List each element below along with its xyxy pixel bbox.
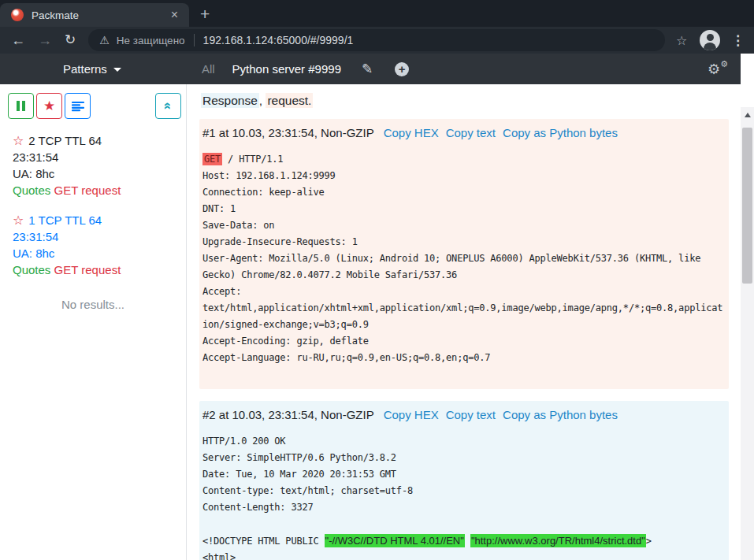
highlight-red: GET <box>202 153 222 165</box>
favorite-star-icon[interactable]: ☆ <box>13 213 24 227</box>
patterns-menu[interactable]: Patterns <box>63 62 121 76</box>
packmate-favicon-icon <box>11 9 24 21</box>
pattern-tag-get-request: GET request <box>54 184 121 197</box>
star-icon: ★ <box>43 98 55 114</box>
pattern-tag-get-request: GET request <box>54 263 121 276</box>
packet-body-line: Server: SimpleHTTP/0.6 Python/3.8.2 <box>202 450 726 466</box>
packets-panel: Response, request. #1 at 10.03, 23:31:54… <box>187 84 741 560</box>
tab-title: Packmate <box>32 9 168 21</box>
packet-body-line: Accept-Encoding: gzip, deflate <box>202 333 726 350</box>
scrollbar-thumb[interactable] <box>742 128 752 284</box>
packet-body-line: Gecko) Chrome/82.0.4077.2 Mobile Safari/… <box>202 267 726 284</box>
packet-header: #2 at 10.03, 23:31:54, Non-GZIP <box>202 408 374 421</box>
close-tab-icon[interactable]: × <box>168 9 181 21</box>
packet-body: GET / HTTP/1.1Host: 192.168.1.124:9999Co… <box>202 151 726 383</box>
packet-body-line: ion/signed-exchange;v=b3;q=0.9 <box>202 317 726 333</box>
browser-tab-packmate[interactable]: Packmate × <box>0 3 189 27</box>
app-navbar: Patterns All Python server #9999 ✎ + ⚙ ⚙ <box>0 54 741 84</box>
packet-body-line <box>202 366 726 383</box>
back-icon[interactable]: ← <box>11 33 25 47</box>
copy-text-link[interactable]: Copy text <box>446 408 496 421</box>
not-secure-warning-icon: ⚠ <box>99 34 110 46</box>
packet-body-line: <!DOCTYPE HTML PUBLIC "-//W3C//DTD HTML … <box>202 532 726 550</box>
packet-body-line: <html> <box>202 550 726 560</box>
packet-body-line: text/html,application/xhtml+xml,applicat… <box>202 300 726 317</box>
content-area: ★ « <box>0 84 741 560</box>
highlight-green: "http://www.w3.org/TR/html4/strict.dtd" <box>470 534 646 547</box>
copy-hex-link[interactable]: Copy HEX <box>384 408 439 421</box>
edit-pattern-icon[interactable]: ✎ <box>362 61 373 77</box>
packet-body-line <box>202 516 726 532</box>
tab-all-streams[interactable]: All <box>202 62 215 76</box>
reload-icon[interactable]: ↻ <box>65 33 76 47</box>
forward-icon[interactable]: → <box>38 33 52 47</box>
bookmark-star-icon[interactable]: ☆ <box>676 33 687 48</box>
chevron-down-icon <box>113 68 121 72</box>
collapse-sidebar-button[interactable]: « <box>155 93 181 119</box>
settings-gear-icon[interactable]: ⚙ ⚙ <box>708 61 728 78</box>
pause-icon <box>17 101 25 111</box>
favorites-filter-button[interactable]: ★ <box>36 93 62 119</box>
legend-request: request. <box>266 93 313 108</box>
legend: Response, request. <box>201 94 729 108</box>
legend-response: Response <box>201 93 259 108</box>
stream-item-1-selected[interactable]: ☆1 TCP TTL 64 23:31:54 UA: 8hc Quotes GE… <box>0 198 186 278</box>
pause-capture-button[interactable] <box>8 93 34 119</box>
stream-title: 2 TCP TTL 64 <box>28 134 102 147</box>
align-left-icon <box>72 101 84 112</box>
copy-python-bytes-link[interactable]: Copy as Python bytes <box>503 408 618 421</box>
sidebar-toolbar: ★ « <box>0 93 186 119</box>
address-bar[interactable]: ⚠ Не защищено 192.168.1.124:65000/#/9999… <box>88 29 665 51</box>
packet-body-line: Content-Length: 3327 <box>202 499 726 516</box>
packet-card-response: #2 at 10.03, 23:31:54, Non-GZIP Copy HEX… <box>199 401 729 560</box>
packet-header: #1 at 10.03, 23:31:54, Non-GZIP <box>202 126 374 139</box>
page-scrollbar[interactable] <box>741 107 754 560</box>
stream-ua: UA: 8hc <box>13 245 180 261</box>
copy-hex-link[interactable]: Copy HEX <box>384 126 439 139</box>
stream-ua: UA: 8hc <box>13 165 180 182</box>
packet-body: HTTP/1.0 200 OKServer: SimpleHTTP/0.6 Py… <box>202 433 726 560</box>
copy-text-link[interactable]: Copy text <box>446 126 496 139</box>
no-results-label: No results... <box>0 298 186 311</box>
omnibox-divider <box>194 34 195 46</box>
add-pattern-icon[interactable]: + <box>395 62 409 76</box>
packet-body-line: Host: 192.168.1.124:9999 <box>202 168 726 184</box>
browser-toolbar: ← → ↻ ⚠ Не защищено 192.168.1.124:65000/… <box>0 27 754 54</box>
packet-card-request: #1 at 10.03, 23:31:54, Non-GZIP Copy HEX… <box>199 119 729 389</box>
streams-sidebar: ★ « <box>0 84 187 560</box>
browser-menu-icon[interactable]: ⋮ <box>731 32 745 49</box>
packet-body-line: Accept-Language: ru-RU,ru;q=0.9,en-US;q=… <box>202 350 726 366</box>
packet-body-line: Date: Tue, 10 Mar 2020 20:31:53 GMT <box>202 466 726 483</box>
new-tab-button[interactable]: + <box>200 6 210 22</box>
packmate-page: Patterns All Python server #9999 ✎ + ⚙ ⚙ <box>0 54 754 560</box>
packet-body-line: Content-type: text/html; charset=utf-8 <box>202 483 726 499</box>
scrollbar-up-arrow[interactable] <box>741 109 754 121</box>
packet-body-line: HTTP/1.0 200 OK <box>202 433 726 450</box>
stream-time: 23:31:54 <box>13 228 180 245</box>
list-view-button[interactable] <box>65 93 91 119</box>
patterns-label: Patterns <box>63 62 107 76</box>
url-text: 192.168.1.124:65000/#/9999/1 <box>203 34 354 46</box>
highlight-green: "-//W3C//DTD HTML 4.01//EN" <box>325 534 465 547</box>
profile-avatar[interactable] <box>700 30 720 50</box>
packet-body-line: Accept: <box>202 284 726 300</box>
packet-body-line: Connection: keep-alive <box>202 184 726 201</box>
copy-python-bytes-link[interactable]: Copy as Python bytes <box>503 126 618 139</box>
browser-tabstrip: Packmate × + <box>0 0 754 27</box>
packet-body-line: DNT: 1 <box>202 201 726 217</box>
pattern-tag-quotes: Quotes <box>13 263 50 276</box>
stream-time: 23:31:54 <box>13 149 180 165</box>
stream-title: 1 TCP TTL 64 <box>28 213 102 227</box>
packet-body-line: Save-Data: on <box>202 217 726 234</box>
double-chevron-up-icon: « <box>162 102 175 109</box>
security-label: Не защищено <box>117 35 185 46</box>
packet-body-line: GET / HTTP/1.1 <box>202 151 726 168</box>
stream-item-2[interactable]: ☆2 TCP TTL 64 23:31:54 UA: 8hc Quotes GE… <box>0 119 186 198</box>
pattern-tag-quotes: Quotes <box>13 184 50 197</box>
tab-pattern-python-server[interactable]: Python server #9999 <box>232 62 341 76</box>
packet-body-line: Upgrade-Insecure-Requests: 1 <box>202 234 726 250</box>
favorite-star-icon[interactable]: ☆ <box>13 134 24 147</box>
screen: Packmate × + ← → ↻ ⚠ Не защищено 192.168… <box>0 0 754 560</box>
packet-body-line: User-Agent: Mozilla/5.0 (Linux; Android … <box>202 250 726 267</box>
